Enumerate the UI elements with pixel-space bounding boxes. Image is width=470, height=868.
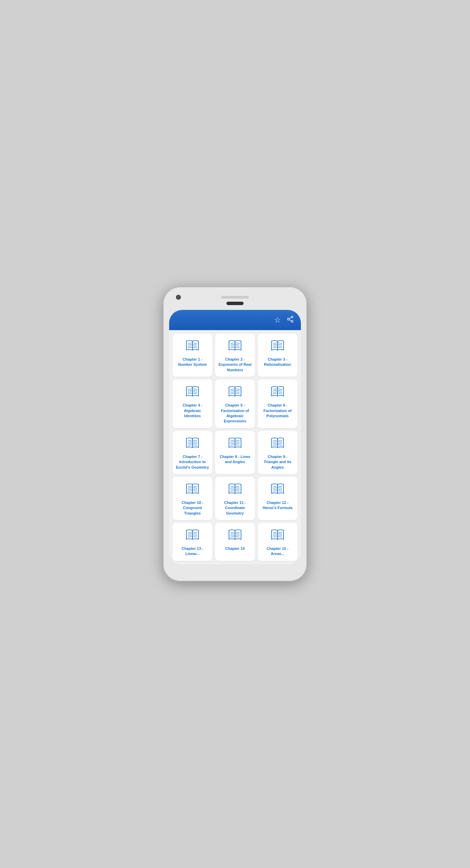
svg-line-134 bbox=[273, 535, 277, 536]
share-icon[interactable] bbox=[286, 315, 294, 325]
chapter-title-11: Chapter 11 - Coordinate Geometry bbox=[218, 500, 252, 516]
chapter-title-14: Chapter 14 bbox=[225, 546, 245, 551]
svg-line-16 bbox=[231, 344, 234, 345]
svg-line-37 bbox=[193, 389, 197, 389]
svg-line-26 bbox=[273, 346, 277, 347]
svg-line-75 bbox=[236, 443, 239, 444]
header-icons: ☆ bbox=[274, 315, 294, 325]
svg-line-63 bbox=[188, 445, 192, 445]
phone-screen: ☆ bbox=[169, 310, 301, 564]
chapter-card-4[interactable]: Chapter 4 - Algebraic Identities bbox=[173, 379, 212, 428]
chapter-card-11[interactable]: Chapter 11 - Coordinate Geometry bbox=[215, 477, 255, 520]
svg-line-22 bbox=[236, 347, 239, 348]
svg-line-139 bbox=[278, 537, 282, 537]
svg-line-25 bbox=[273, 344, 277, 345]
svg-line-3 bbox=[289, 320, 291, 321]
svg-line-70 bbox=[231, 442, 234, 442]
svg-point-1 bbox=[287, 318, 290, 320]
svg-line-78 bbox=[273, 440, 277, 441]
svg-line-56 bbox=[278, 390, 282, 391]
chapter-card-8[interactable]: Chapter 8 - Lines and Angles bbox=[215, 431, 255, 474]
svg-line-17 bbox=[231, 346, 234, 347]
svg-line-81 bbox=[273, 445, 277, 445]
svg-line-54 bbox=[273, 393, 277, 394]
svg-line-127 bbox=[236, 532, 239, 533]
book-icon-9 bbox=[270, 436, 285, 451]
book-icon-5 bbox=[227, 385, 243, 399]
chapter-title-3: Chapter 3 - Rationalisation bbox=[260, 357, 295, 367]
chapter-title-15: Chapter 15 - Areas... bbox=[260, 546, 295, 557]
svg-line-30 bbox=[278, 346, 282, 347]
svg-line-60 bbox=[188, 440, 192, 441]
svg-line-15 bbox=[231, 343, 234, 343]
svg-line-125 bbox=[231, 535, 234, 536]
chapter-card-12[interactable]: Chapter 12 - Heron's Formula bbox=[258, 477, 297, 520]
svg-line-52 bbox=[273, 390, 277, 391]
chapter-title-2: Chapter 2 - Exponents of Real Numbers bbox=[218, 357, 252, 373]
svg-line-97 bbox=[231, 487, 234, 488]
svg-line-132 bbox=[273, 532, 277, 533]
chapter-title-5: Chapter 5 - Factorization of Algebraic E… bbox=[218, 403, 252, 424]
chapter-title-4: Chapter 4 - Algebraic Identities bbox=[175, 403, 210, 419]
chapter-card-2[interactable]: Chapter 2 - Exponents of Real Numbers bbox=[215, 334, 255, 377]
svg-line-72 bbox=[231, 445, 234, 445]
chapter-card-10[interactable]: Chapter 10 - Congruent Triangles bbox=[173, 477, 212, 520]
svg-line-129 bbox=[236, 535, 239, 536]
phone-top-notch bbox=[169, 293, 301, 310]
chapter-card-1[interactable]: Chapter 1 - Number System bbox=[173, 334, 212, 377]
chapter-card-9[interactable]: Chapter 9 - Triangle and its Angles bbox=[258, 431, 297, 474]
svg-line-106 bbox=[273, 487, 277, 488]
chapter-card-14[interactable]: Chapter 14 bbox=[215, 523, 255, 561]
chapter-card-15[interactable]: Chapter 15 - Areas... bbox=[258, 523, 297, 561]
svg-line-71 bbox=[231, 443, 234, 444]
svg-line-124 bbox=[231, 533, 234, 534]
svg-line-91 bbox=[193, 486, 197, 487]
svg-line-103 bbox=[236, 491, 239, 491]
svg-line-136 bbox=[278, 532, 282, 533]
chapter-title-7: Chapter 7 - Introduction to Euclid's Geo… bbox=[175, 454, 210, 470]
phone-frame: ☆ bbox=[163, 287, 307, 581]
svg-line-87 bbox=[188, 486, 192, 487]
chapter-title-1: Chapter 1 - Number System bbox=[175, 357, 210, 367]
svg-line-88 bbox=[188, 487, 192, 488]
svg-line-38 bbox=[193, 390, 197, 391]
svg-line-128 bbox=[236, 533, 239, 534]
svg-line-39 bbox=[193, 392, 197, 393]
chapter-card-6[interactable]: Chapter 6 - Factorization of Polynomials bbox=[258, 379, 297, 428]
svg-line-29 bbox=[278, 344, 282, 345]
svg-line-137 bbox=[278, 533, 282, 534]
chapter-title-10: Chapter 10 - Congruent Triangles bbox=[175, 500, 210, 516]
svg-line-44 bbox=[231, 392, 234, 393]
svg-line-48 bbox=[236, 392, 239, 393]
phone-earpiece bbox=[226, 302, 244, 305]
svg-line-89 bbox=[188, 489, 192, 490]
star-icon[interactable]: ☆ bbox=[274, 316, 281, 325]
chapter-card-7[interactable]: Chapter 7 - Introduction to Euclid's Geo… bbox=[173, 431, 212, 474]
chapter-title-9: Chapter 9 - Triangle and its Angles bbox=[260, 454, 295, 470]
svg-line-138 bbox=[278, 535, 282, 536]
svg-line-24 bbox=[273, 343, 277, 343]
svg-line-80 bbox=[273, 443, 277, 444]
chapter-card-13[interactable]: Chapter 13 - Linear... bbox=[173, 523, 212, 561]
svg-line-102 bbox=[236, 489, 239, 490]
book-icon-1 bbox=[185, 339, 200, 353]
svg-line-109 bbox=[278, 486, 282, 487]
svg-line-107 bbox=[273, 489, 277, 490]
svg-line-118 bbox=[193, 532, 197, 533]
svg-line-110 bbox=[278, 487, 282, 488]
svg-line-49 bbox=[236, 393, 239, 394]
svg-line-94 bbox=[193, 491, 197, 491]
svg-line-111 bbox=[278, 489, 282, 490]
svg-line-93 bbox=[193, 489, 197, 490]
book-icon-3 bbox=[270, 339, 285, 353]
chapter-card-3[interactable]: Chapter 3 - Rationalisation bbox=[258, 334, 297, 377]
book-icon-11 bbox=[227, 482, 243, 497]
svg-line-58 bbox=[278, 393, 282, 394]
svg-line-108 bbox=[273, 491, 277, 491]
book-icon-13 bbox=[185, 528, 200, 543]
chapter-card-5[interactable]: Chapter 5 - Factorization of Algebraic E… bbox=[215, 379, 255, 428]
svg-line-20 bbox=[236, 344, 239, 345]
svg-point-2 bbox=[291, 321, 293, 323]
svg-line-112 bbox=[278, 491, 282, 491]
svg-line-64 bbox=[193, 440, 197, 441]
